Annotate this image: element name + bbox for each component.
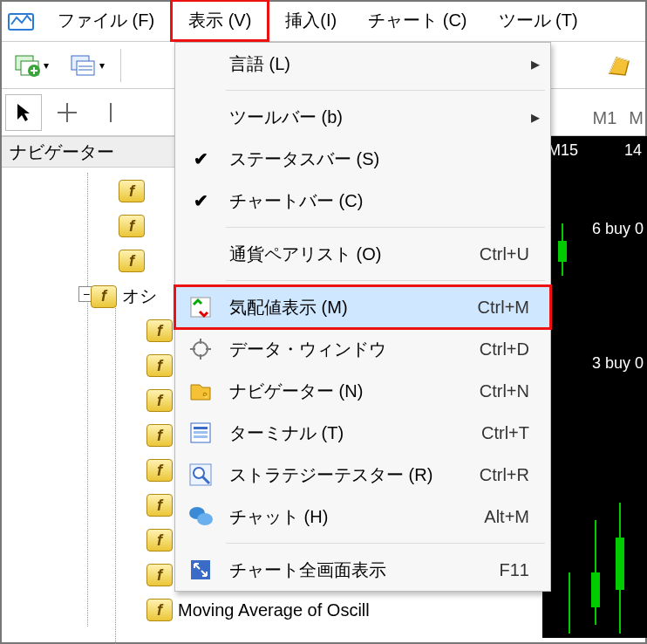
menu-item-label: データ・ウィンドウ	[226, 338, 480, 361]
menu-item-shortcut: Ctrl+R	[480, 465, 529, 485]
check-icon: ✔	[175, 188, 226, 214]
timeframe-row: M1 M	[593, 108, 644, 128]
tree-item[interactable]: f	[146, 459, 173, 482]
view-menu-dropdown: 言語 (L)▸ツールバー (b)▸✔ステータスバー (S)✔チャートバー (C)…	[174, 42, 551, 592]
tree-item[interactable]: f Moving Average of Oscill	[146, 599, 370, 621]
menu-item-label: チャート全画面表示	[226, 558, 500, 582]
tree-item[interactable]: f	[146, 319, 173, 342]
menu-item-label: チャット (H)	[226, 505, 484, 529]
menu-separator	[226, 90, 545, 91]
menu-item-label: チャートバー (C)	[226, 189, 529, 213]
menu-item-shortcut: Ctrl+N	[480, 381, 529, 401]
menu-view[interactable]: 表示 (V)	[170, 0, 269, 42]
tree-item[interactable]: f	[146, 424, 173, 447]
folder-icon: f	[91, 285, 117, 308]
tree-guide	[87, 173, 88, 627]
marketwatch-icon	[175, 294, 226, 320]
chart-number: 14	[624, 141, 642, 160]
menu-separator	[226, 280, 545, 281]
menu-item-label: ナビゲーター (N)	[226, 380, 480, 403]
blank-icon	[175, 241, 226, 267]
menu-item-label: ステータスバー (S)	[226, 147, 529, 171]
indicator-icon: f	[119, 250, 145, 272]
navigator-icon	[175, 378, 226, 404]
menu-separator	[226, 543, 545, 544]
indicator-icon: f	[146, 494, 173, 517]
menu-item-shortcut: Alt+M	[484, 507, 529, 527]
indicator-icon: f	[146, 599, 173, 621]
menu-separator	[226, 227, 545, 228]
menu-item[interactable]: ストラテジーテスター (R)Ctrl+R	[175, 454, 550, 496]
svg-rect-9	[194, 427, 208, 429]
tree-item[interactable]: f	[146, 354, 173, 377]
tree-item[interactable]: f	[146, 564, 173, 586]
indicator-icon: f	[146, 424, 173, 447]
tree-folder-osc[interactable]: f オシ	[91, 284, 157, 308]
menu-item-shortcut: Ctrl+M	[478, 298, 529, 318]
tester-icon	[175, 462, 226, 488]
submenu-arrow-icon: ▸	[529, 106, 541, 127]
menu-item-shortcut: Ctrl+D	[480, 339, 529, 360]
check-icon: ✔	[175, 146, 226, 172]
menu-item[interactable]: ナビゲーター (N)Ctrl+N	[175, 370, 550, 412]
crosshair-icon	[175, 336, 226, 362]
menu-item-label: 言語 (L)	[226, 52, 529, 76]
svg-rect-10	[194, 431, 208, 434]
menu-item[interactable]: チャット (H)Alt+M	[175, 496, 550, 538]
blank-icon	[175, 51, 226, 77]
menu-item-label: 気配値表示 (M)	[226, 296, 478, 319]
indicator-icon: f	[146, 564, 173, 586]
svg-rect-11	[194, 435, 208, 438]
indicator-icon: f	[146, 529, 173, 552]
svg-rect-16	[191, 560, 210, 579]
tree-item[interactable]: f	[146, 494, 173, 517]
menu-item[interactable]: ツールバー (b)▸	[175, 96, 550, 138]
menu-item[interactable]: ✔ステータスバー (S)	[175, 138, 550, 180]
tree-item[interactable]: f	[146, 389, 173, 412]
indicator-icon: f	[146, 389, 173, 412]
chart-pair-label: M15	[548, 141, 578, 160]
indicator-icon: f	[119, 180, 145, 202]
menu-item-shortcut: Ctrl+T	[481, 423, 529, 443]
menu-item[interactable]: ターミナル (T)Ctrl+T	[175, 412, 550, 454]
tree-guide	[115, 290, 116, 644]
tree-label: オシ	[122, 284, 157, 308]
menu-item-label: 通貨ペアリスト (O)	[226, 243, 480, 266]
indicator-icon: f	[146, 319, 173, 342]
terminal-icon	[175, 420, 226, 446]
menu-item[interactable]: ✔チャートバー (C)	[175, 180, 550, 222]
timeframe-more: M	[629, 108, 644, 128]
menu-item[interactable]: データ・ウィンドウCtrl+D	[175, 328, 550, 370]
submenu-arrow-icon: ▸	[529, 53, 541, 74]
menu-item[interactable]: 言語 (L)▸	[175, 43, 550, 85]
menu-item-label: ツールバー (b)	[226, 106, 529, 129]
timeframe-m1[interactable]: M1	[593, 108, 617, 128]
indicator-icon: f	[119, 215, 145, 237]
fullscreen-icon	[175, 557, 226, 583]
indicator-icon: f	[146, 354, 173, 377]
menu-item-label: ストラテジーテスター (R)	[226, 463, 480, 487]
tree-item[interactable]: f	[119, 180, 145, 202]
tree-label: Moving Average of Oscill	[178, 600, 370, 620]
svg-point-7	[194, 342, 208, 356]
tree-item[interactable]: f	[146, 529, 173, 552]
menu-item[interactable]: 通貨ペアリスト (O)Ctrl+U	[175, 233, 550, 275]
menu-item-shortcut: Ctrl+U	[480, 244, 529, 264]
svg-point-15	[197, 513, 213, 525]
tree-item[interactable]: f	[119, 250, 145, 272]
chat-icon	[175, 504, 226, 530]
blank-icon	[175, 104, 226, 130]
menu-item-shortcut: F11	[500, 560, 529, 580]
menu-item[interactable]: チャート全画面表示F11	[175, 549, 550, 591]
menu-item[interactable]: 気配値表示 (M)Ctrl+M	[175, 286, 550, 328]
indicator-icon: f	[146, 459, 173, 482]
tree-item[interactable]: f	[119, 215, 145, 237]
menu-item-label: ターミナル (T)	[226, 421, 481, 445]
